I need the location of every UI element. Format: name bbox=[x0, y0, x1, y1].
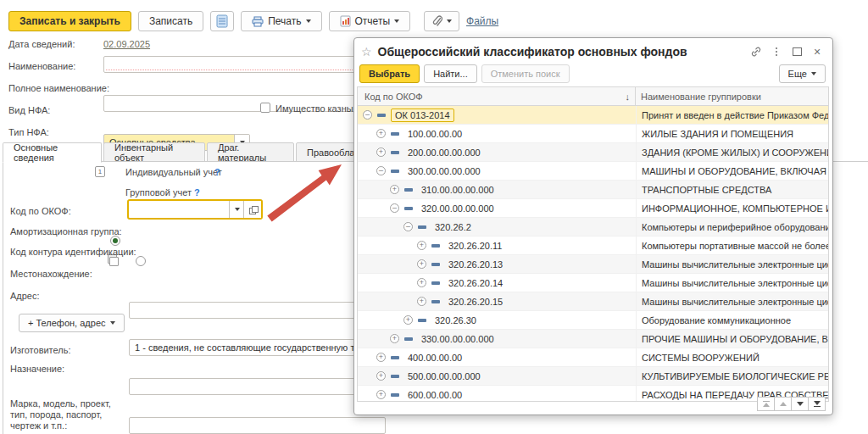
individual-accounting-label: Индивидуальный учет bbox=[125, 167, 222, 177]
table-row[interactable]: +100.00.00.00ЖИЛЫЕ ЗДАНИЯ И ПОМЕЩЕНИЯ bbox=[358, 125, 828, 143]
reports-button[interactable]: Отчеты bbox=[329, 11, 410, 31]
collapse-toggle-icon[interactable]: – bbox=[403, 222, 413, 231]
identification-circuit-input[interactable]: 1 - сведения, не составляющие государств… bbox=[129, 339, 386, 356]
window-controls: × bbox=[749, 45, 824, 58]
individual-help-icon[interactable]: ? bbox=[214, 167, 220, 177]
identification-circuit-label: Код контура идентификации: bbox=[10, 247, 136, 257]
find-button[interactable]: Найти... bbox=[424, 64, 477, 83]
table-row[interactable]: +500.00.00.00.000КУЛЬТИВИРУЕМЫЕ БИОЛОГИЧ… bbox=[358, 367, 828, 386]
individual-accounting-radio[interactable] bbox=[110, 236, 120, 246]
table-row[interactable]: +320.26.20.11Компьютеры портативные масс… bbox=[358, 236, 828, 255]
table-row[interactable]: –300.00.00.00.000МАШИНЫ И ОБОРУДОВАНИЕ, … bbox=[358, 162, 828, 181]
expand-toggle-icon[interactable]: + bbox=[376, 147, 386, 157]
link-icon[interactable] bbox=[749, 45, 763, 58]
okof-code: 200.00.00.00.000 bbox=[404, 147, 484, 159]
treasury-checkbox[interactable] bbox=[260, 103, 270, 113]
save-and-close-button[interactable]: Записать и закрыть bbox=[8, 11, 131, 31]
expand-toggle-icon[interactable]: + bbox=[376, 353, 386, 362]
date-value[interactable]: 02.09.2025 bbox=[103, 39, 150, 49]
depreciation-group-input[interactable] bbox=[129, 302, 386, 319]
phone-address-button[interactable]: + Телефон, адрес bbox=[19, 314, 125, 332]
depreciation-group-label: Амортизационная группа: bbox=[10, 226, 122, 236]
expand-toggle-icon[interactable]: + bbox=[417, 297, 426, 306]
expand-toggle-icon[interactable]: + bbox=[417, 241, 426, 250]
manufacturer-label: Изготовитель: bbox=[10, 345, 71, 355]
purpose-label: Назначение: bbox=[10, 364, 64, 374]
okof-name: КУЛЬТИВИРУЕМЫЕ БИОЛОГИЧЕСКИЕ РЕ... bbox=[636, 367, 828, 385]
chevron-down-icon bbox=[110, 321, 115, 325]
location-input[interactable] bbox=[129, 378, 386, 395]
more-button[interactable]: Еще bbox=[779, 64, 826, 83]
table-row[interactable]: +200.00.00.00.000ЗДАНИЯ (КРОМЕ ЖИЛЫХ) И … bbox=[358, 143, 828, 162]
table-row[interactable]: +320.26.30Оборудование коммуникационное bbox=[358, 311, 828, 330]
address-input[interactable] bbox=[129, 417, 386, 434]
collapse-toggle-icon[interactable]: – bbox=[363, 110, 372, 120]
scroll-down-button[interactable] bbox=[791, 397, 809, 411]
okof-open-button[interactable] bbox=[243, 201, 261, 218]
table-row[interactable]: –320.26.2Компьютеры и периферийное обору… bbox=[358, 218, 828, 236]
column-header-code[interactable]: Код по ОКОФ ↓ bbox=[358, 87, 636, 105]
treasury-label: Имущество казны bbox=[275, 103, 353, 114]
table-row[interactable]: +320.26.20.15Машины вычислительные элект… bbox=[358, 292, 828, 311]
scroll-up-button[interactable] bbox=[774, 397, 792, 411]
expand-toggle-icon[interactable]: + bbox=[390, 185, 399, 194]
collapse-toggle-icon[interactable]: – bbox=[376, 166, 386, 175]
select-label: Выбрать bbox=[369, 69, 410, 79]
expand-toggle-icon[interactable]: + bbox=[376, 371, 386, 381]
okof-name: Машины вычислительные электронные цифр..… bbox=[636, 255, 828, 273]
okof-code: 310.00.00.00.000 bbox=[418, 184, 498, 196]
okof-name: ЗДАНИЯ (КРОМЕ ЖИЛЫХ) И СООРУЖЕНИЯ... bbox=[636, 143, 828, 161]
tab-label: Инвентарный объект bbox=[114, 142, 194, 163]
more-menu-icon[interactable] bbox=[770, 45, 783, 58]
group-folder-icon bbox=[391, 393, 399, 397]
expand-toggle-icon[interactable]: + bbox=[403, 315, 413, 325]
okof-code: 300.00.00.00.000 bbox=[404, 165, 484, 177]
group-folder-icon bbox=[431, 281, 440, 285]
table-row[interactable]: –320.00.00.00.000ИНФОРМАЦИОННОЕ, КОМПЬЮТ… bbox=[358, 199, 828, 218]
okof-code: 320.26.20.11 bbox=[445, 240, 505, 252]
group-folder-icon bbox=[431, 263, 440, 266]
expand-toggle-icon[interactable]: + bbox=[376, 129, 386, 138]
favorite-star-icon[interactable]: ☆ bbox=[361, 45, 372, 58]
okof-code-combo[interactable] bbox=[127, 199, 263, 220]
close-icon[interactable]: × bbox=[810, 45, 824, 58]
phone-address-label: + Телефон, адрес bbox=[28, 318, 106, 328]
expand-toggle-icon[interactable]: + bbox=[417, 259, 426, 269]
table-row[interactable]: +400.00.00.00СИСТЕМЫ ВООРУЖЕНИЙ bbox=[358, 348, 828, 367]
okof-code-label: Код по ОКОФ: bbox=[10, 206, 71, 216]
table-row[interactable]: +320.26.20.13Машины вычислительные элект… bbox=[358, 255, 828, 274]
cancel-search-button[interactable]: Отменить поиск bbox=[481, 64, 570, 83]
find-label: Найти... bbox=[433, 69, 468, 79]
column-name-label: Наименование группировки bbox=[641, 92, 761, 102]
scroll-to-top-button[interactable] bbox=[757, 397, 775, 411]
table-row[interactable]: +320.26.20.14Машины вычислительные элект… bbox=[358, 274, 828, 292]
tab-label: Основные сведения bbox=[14, 142, 91, 163]
name-input[interactable] bbox=[103, 56, 386, 73]
table-row[interactable]: +330.00.00.00.000ПРОЧИЕ МАШИНЫ И ОБОРУДО… bbox=[358, 330, 828, 348]
structure-button[interactable] bbox=[210, 11, 234, 31]
files-link[interactable]: Файлы bbox=[466, 15, 498, 27]
okof-name: Машины вычислительные электронные цифр..… bbox=[636, 292, 828, 310]
print-button[interactable]: Печать bbox=[241, 11, 321, 31]
group-help-icon[interactable]: ? bbox=[194, 187, 200, 198]
attachments-button[interactable] bbox=[424, 11, 459, 31]
expand-toggle-icon[interactable]: + bbox=[376, 390, 386, 399]
save-button[interactable]: Записать bbox=[138, 11, 203, 31]
scroll-to-bottom-button[interactable] bbox=[808, 397, 826, 411]
table-row[interactable]: –ОК 013-2014Принят и введен в действие П… bbox=[358, 106, 828, 125]
expand-toggle-icon[interactable]: + bbox=[390, 334, 399, 343]
brand-model-label: Марка, модель, проект, тип, порода, пасп… bbox=[10, 398, 125, 431]
select-button[interactable]: Выбрать bbox=[359, 64, 420, 83]
table-row[interactable]: +310.00.00.00.000ТРАНСПОРТНЫЕ СРЕДСТВА bbox=[358, 181, 828, 199]
open-icon bbox=[249, 206, 257, 214]
tab-main-info[interactable]: Основные сведения bbox=[3, 142, 102, 163]
tab-inventory-object[interactable]: Инвентарный объект bbox=[103, 142, 205, 162]
tab-precious-materials[interactable]: Драг. материалы bbox=[207, 142, 294, 162]
maximize-icon[interactable] bbox=[790, 45, 804, 58]
okof-name: ПРОЧИЕ МАШИНЫ И ОБОРУДОВАНИЕ, ВК... bbox=[636, 330, 828, 348]
okof-dropdown-button[interactable] bbox=[229, 201, 244, 218]
expand-toggle-icon[interactable]: + bbox=[417, 278, 426, 287]
collapse-toggle-icon[interactable]: – bbox=[390, 203, 399, 213]
column-header-name[interactable]: Наименование группировки bbox=[636, 87, 828, 105]
okof-name: Принят и введен в действие Приказом Феде… bbox=[636, 106, 828, 124]
